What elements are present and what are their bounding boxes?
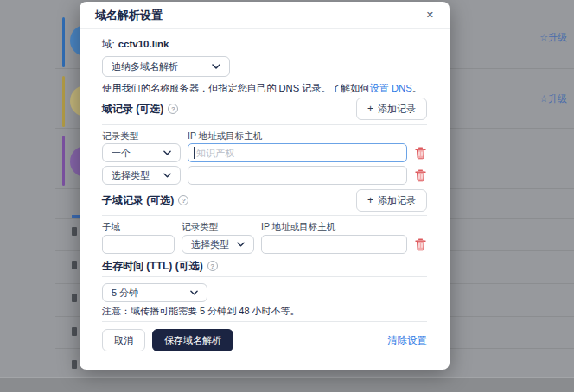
plus-icon: +: [367, 103, 373, 115]
help-icon[interactable]: ?: [168, 104, 178, 114]
subdomain-records-column-labels: 子域 记录类型 IP 地址或目标主机: [102, 221, 427, 232]
subdomain-input[interactable]: [102, 235, 175, 254]
plus-icon: +: [367, 194, 373, 206]
column-label-type: 记录类型: [102, 130, 188, 142]
clear-settings-link[interactable]: 清除设置: [387, 334, 427, 347]
domain-records-column-labels: 记录类型 IP 地址或目标主机: [102, 130, 427, 142]
upgrade-link[interactable]: ☆升级: [539, 31, 567, 44]
domain-records-header: 域记录 (可选) ? + 添加记录: [102, 98, 427, 120]
column-label-ip: IP 地址或目标主机: [188, 130, 262, 142]
domain-records-title: 域记录 (可选) ?: [102, 102, 178, 117]
ip-input-wrapper: [261, 235, 407, 254]
clipped-text-fragment: [72, 327, 77, 336]
help-icon[interactable]: ?: [207, 261, 218, 271]
domain-record-row: 选择类型: [102, 166, 427, 185]
column-label-ip: IP 地址或目标主机: [261, 221, 335, 232]
text-caret: [194, 147, 195, 159]
bottom-bar: [0, 377, 574, 392]
dns-settings-modal: 域名解析设置 ✕ 域:cctv10.link 迪纳多域名解析 使用我们的名称服务…: [80, 2, 450, 370]
add-domain-record-button[interactable]: + 添加记录: [356, 98, 427, 120]
modal-title: 域名解析设置: [95, 8, 163, 23]
card-accent-bar-purple: [62, 136, 65, 186]
cancel-button[interactable]: 取消: [102, 329, 145, 351]
chevron-down-icon: [163, 173, 171, 178]
ip-host-input[interactable]: [261, 235, 407, 254]
record-type-select[interactable]: 一个: [102, 143, 181, 162]
domain-label: 域:: [102, 39, 115, 49]
chevron-down-icon: [237, 242, 245, 247]
clipped-text-fragment: [72, 294, 77, 302]
delete-record-button[interactable]: [414, 168, 427, 182]
column-label-subdomain: 子域: [102, 221, 182, 232]
footer-divider: [102, 321, 427, 322]
help-icon[interactable]: ?: [178, 195, 188, 205]
close-icon[interactable]: ✕: [424, 9, 436, 22]
upgrade-link[interactable]: ☆升级: [539, 92, 567, 105]
section-divider: [102, 276, 427, 277]
clipped-text-fragment: [72, 227, 77, 236]
chevron-down-icon: [212, 64, 220, 69]
trash-icon: [415, 238, 426, 251]
ip-input-wrapper: [188, 143, 407, 162]
clipped-text-fragment: [72, 261, 77, 269]
column-label-type: 记录类型: [182, 221, 261, 232]
ip-host-input[interactable]: [188, 143, 407, 162]
subdomain-records-title: 子域记录 (可选) ?: [102, 193, 188, 208]
dns-mode-selected: 迪纳多域名解析: [112, 60, 178, 73]
star-icon: ☆: [539, 93, 548, 104]
delete-record-button[interactable]: [414, 237, 427, 251]
subdomain-record-row: 选择类型: [102, 235, 427, 254]
dns-mode-select[interactable]: 迪纳多域名解析: [102, 56, 230, 77]
active-tab-indicator: [72, 215, 80, 218]
chevron-down-icon: [163, 150, 171, 155]
domain-value: cctv10.link: [118, 39, 169, 49]
trash-icon: [415, 147, 426, 160]
clipped-text-fragment: [72, 360, 77, 369]
domain-record-row: 一个: [102, 143, 427, 162]
ip-input-wrapper: [188, 166, 407, 185]
setup-dns-link[interactable]: 设置 DNS: [370, 83, 412, 93]
record-type-select[interactable]: 选择类型: [182, 235, 254, 254]
modal-header: 域名解析设置 ✕: [80, 2, 450, 29]
propagation-note: 注意：域传播可能需要 5 分钟到 48 小时不等。: [102, 305, 427, 317]
star-icon: ☆: [539, 32, 548, 42]
save-dns-button[interactable]: 保存域名解析: [152, 329, 233, 351]
ip-host-input[interactable]: [188, 166, 407, 185]
nameserver-description: 使用我们的名称服务器，但指定您自己的 DNS 记录。了解如何设置 DNS。: [102, 82, 427, 94]
delete-record-button[interactable]: [414, 146, 427, 160]
ttl-select[interactable]: 5 分钟: [102, 283, 207, 302]
ttl-title: 生存时间 (TTL) (可选) ?: [102, 260, 427, 272]
card-accent-bar-blue: [62, 17, 65, 67]
domain-line: 域:cctv10.link: [102, 38, 427, 51]
modal-body: 域:cctv10.link 迪纳多域名解析 使用我们的名称服务器，但指定您自己的…: [80, 29, 450, 351]
modal-footer: 取消 保存域名解析 清除设置: [102, 329, 427, 351]
add-subdomain-record-button[interactable]: + 添加记录: [356, 189, 427, 212]
subdomain-records-header: 子域记录 (可选) ? + 添加记录: [102, 189, 427, 212]
chevron-down-icon: [190, 290, 198, 295]
section-divider: [102, 124, 427, 125]
section-divider: [102, 215, 427, 216]
record-type-select[interactable]: 选择类型: [102, 166, 181, 185]
card-accent-bar-yellow: [62, 76, 65, 127]
trash-icon: [415, 169, 426, 182]
ttl-selected: 5 分钟: [112, 287, 138, 300]
